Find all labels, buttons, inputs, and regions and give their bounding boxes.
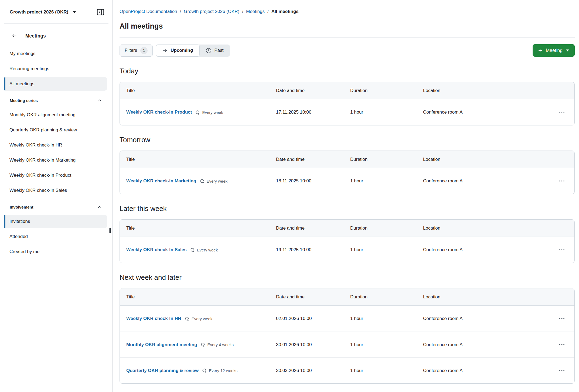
collapse-sidebar-button[interactable] [96,8,105,16]
meeting-date: 30.01.2026 10:00 [276,342,350,347]
recurrence: Every week [185,316,213,321]
sidebar-item-label: Weekly OKR check-In Marketing [9,158,76,163]
table-header-row: Title Date and time Duration Location [120,82,574,99]
tab-upcoming[interactable]: Upcoming [156,45,200,57]
recurring-icon [190,247,195,253]
arrow-right-icon [163,48,168,53]
sidebar-section-header[interactable]: Meeting series [10,98,102,103]
column-header-title: Title [120,294,276,300]
meeting-title-link[interactable]: Quarterly OKR planning & review [126,368,199,373]
sidebar-item-label: Quarterly OKR planning & review [9,127,77,133]
sidebar-item-label: Invitations [9,219,30,224]
meeting-row: Monthly OKR alignment meeting Every 4 we… [120,332,574,357]
sidebar-section-involvement: Involvement Invitations Attended Created… [0,205,112,258]
row-menu-button[interactable] [557,366,567,375]
chevron-down-icon [73,11,76,13]
table-header-row: Title Date and time Duration Location [120,151,574,168]
column-header-duration: Duration [350,157,423,162]
meeting-date: 17.11.2025 10:00 [276,110,350,115]
meeting-row: Weekly OKR check-In Sales Every week 19.… [120,237,574,263]
recurring-icon [185,316,189,321]
sidebar-section-items: Monthly OKR alignment meeting Quarterly … [0,108,112,197]
meeting-duration: 1 hour [350,342,423,347]
tab-past[interactable]: Past [200,45,230,57]
recurrence-label: Every 12 weeks [209,368,237,373]
breadcrumb-separator: / [267,9,269,14]
sidebar-item-attended[interactable]: Attended [4,230,107,243]
sidebar-item-label: Weekly OKR check-In Sales [9,188,67,193]
table-body: Weekly OKR check-In Product Every week 1… [120,99,574,125]
main-content: OpenProject Documentation / Growth proje… [113,0,579,392]
meeting-location: Conference room A [423,342,550,347]
meeting-date: 19.11.2025 10:00 [276,247,350,253]
recurrence: Every 4 weeks [200,342,234,347]
breadcrumb-link-meetings[interactable]: Meetings [246,9,265,14]
meeting-title-link[interactable]: Weekly OKR check-In Product [126,110,192,115]
recurring-icon [200,179,205,184]
sidebar-title: Meetings [25,33,46,39]
kebab-horizontal-icon [559,110,565,115]
filters-button[interactable]: Filters 1 [120,45,153,57]
breadcrumb-link-project[interactable]: Growth project 2026 (OKR) [184,9,239,14]
sidebar-item-created-by-me[interactable]: Created by me [4,245,107,258]
row-menu-button[interactable] [557,340,567,349]
sidebar-item-invitations[interactable]: Invitations [4,215,107,228]
project-selector[interactable]: Growth project 2026 (OKR) [10,9,76,15]
sidebar-section-items: Invitations Attended Created by me [0,215,112,258]
sidebar-item-my-meetings[interactable]: My meetings [4,47,107,60]
row-menu-button[interactable] [557,176,567,186]
column-header-date: Date and time [276,157,350,162]
add-meeting-button[interactable]: Meeting [533,44,575,57]
meeting-row: Weekly OKR check-In Marketing Every week… [120,168,574,194]
sidebar-item-label: Recurring meetings [9,66,49,71]
recurring-icon [200,342,205,347]
sidebar-item-recurring-meetings[interactable]: Recurring meetings [4,62,107,76]
sidebar-item-label: My meetings [9,51,35,56]
meeting-title-link[interactable]: Weekly OKR check-In Marketing [126,178,196,184]
recurring-icon [202,368,207,373]
sidebar-item-all-meetings[interactable]: All meetings [4,77,107,91]
column-header-location: Location [423,157,550,162]
sidebar-nav: My meetings Recurring meetings All meeti… [0,47,112,258]
sidebar-item-weekly-okr-check-in-product[interactable]: Weekly OKR check-In Product [4,169,107,182]
recurrence: Every 12 weeks [202,368,237,373]
column-header-date: Date and time [276,294,350,300]
recurrence-label: Every week [192,316,213,321]
sidebar-item-label: All meetings [9,81,35,87]
toolbar: Filters 1 Upcoming Past Meeting [120,44,575,57]
meeting-title-link[interactable]: Weekly OKR check-In HR [126,316,181,321]
meeting-location: Conference room A [423,110,550,115]
meeting-location: Conference room A [423,178,550,184]
kebab-horizontal-icon [559,247,565,253]
row-menu-button[interactable] [557,245,567,254]
meetings-table: Title Date and time Duration Location We… [120,219,575,263]
column-header-location: Location [423,88,550,93]
column-header-title: Title [120,88,276,93]
back-button[interactable] [10,32,18,40]
sidebar-item-monthly-okr-alignment-meeting[interactable]: Monthly OKR alignment meeting [4,108,107,122]
sidebar-item-weekly-okr-check-in-sales[interactable]: Weekly OKR check-In Sales [4,184,107,197]
sidebar-resize-handle[interactable] [109,228,111,233]
sidebar-item-label: Attended [9,234,28,239]
breadcrumb-link-openproject-documentation[interactable]: OpenProject Documentation [120,9,177,14]
meeting-group: Today Title Date and time Duration Locat… [120,67,575,125]
recurrence-label: Every week [197,248,218,252]
meeting-title-link[interactable]: Weekly OKR check-In Sales [126,247,187,253]
column-header-date: Date and time [276,88,350,93]
sidebar-item-quarterly-okr-planning-review[interactable]: Quarterly OKR planning & review [4,123,107,137]
table-body: Weekly OKR check-In Marketing Every week… [120,168,574,194]
recurrence-label: Every week [202,110,223,115]
row-menu-button[interactable] [557,108,567,117]
table-header-row: Title Date and time Duration Location [120,288,574,306]
sidebar-section-header[interactable]: Involvement [10,205,102,209]
meeting-title-link[interactable]: Monthly OKR alignment meeting [126,342,197,347]
sidebar-collapse-icon [97,9,104,15]
meeting-group-heading: Today [120,67,575,75]
kebab-horizontal-icon [559,316,565,322]
breadcrumb-separator: / [242,9,243,14]
row-menu-button[interactable] [557,314,567,323]
sidebar-item-label: Weekly OKR check-In Product [9,173,71,178]
sidebar-item-weekly-okr-check-in-hr[interactable]: Weekly OKR check-In HR [4,138,107,152]
sidebar-item-weekly-okr-check-in-marketing[interactable]: Weekly OKR check-In Marketing [4,154,107,167]
column-header-title: Title [120,157,276,162]
